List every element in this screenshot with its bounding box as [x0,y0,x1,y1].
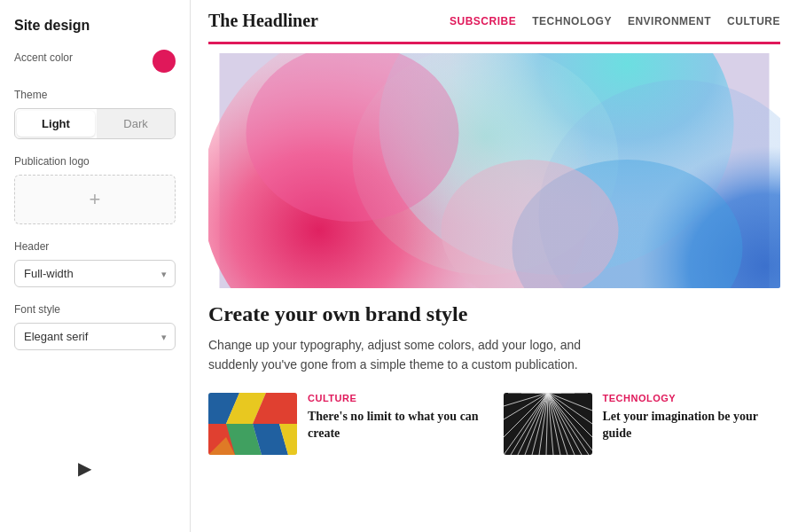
card-1-thumbnail [208,393,297,455]
header-select-wrapper: Full-width Centered Compact ▾ [14,260,176,287]
accent-color-label: Accent color [14,51,73,64]
font-select-wrapper: Elegant serif Modern sans Classic mono ▾ [14,323,176,350]
theme-dark-button[interactable]: Dark [97,109,175,138]
nav-links: SUBSCRIBE TECHNOLOGY ENVIRONMENT CULTURE [450,15,780,27]
accent-color-picker[interactable] [153,50,176,73]
card-2-artwork [504,393,592,455]
card-2-category: TECHNOLOGY [603,393,781,403]
preview-navbar: The Headliner SUBSCRIBE TECHNOLOGY ENVIR… [191,0,798,42]
hero-artwork [208,53,780,288]
panel-title: Site design [14,18,176,34]
theme-label: Theme [14,89,176,101]
theme-toggle: Light Dark [14,108,176,139]
hero-image [208,53,780,288]
nav-divider [208,42,780,44]
nav-subscribe[interactable]: SUBSCRIBE [450,15,516,27]
accent-color-row: Accent color [14,50,176,73]
font-label: Font style [14,303,176,316]
card-2-title: Let your imagination be your guide [603,408,781,442]
logo-label: Publication logo [14,155,176,168]
card-2-content: TECHNOLOGY Let your imagination be your … [603,393,781,455]
card-1-artwork [208,393,297,455]
logo-section: Publication logo + [14,155,176,224]
font-select[interactable]: Elegant serif Modern sans Classic mono [14,323,176,350]
site-logo: The Headliner [208,11,318,31]
card-1-content: CULTURE There's no limit to what you can… [308,393,486,455]
card-1: CULTURE There's no limit to what you can… [208,393,486,455]
main-headline: Create your own brand style [208,302,780,326]
preview-panel: The Headliner SUBSCRIBE TECHNOLOGY ENVIR… [191,0,798,532]
nav-environment[interactable]: ENVIRONMENT [628,15,711,27]
nav-culture[interactable]: CULTURE [727,15,780,27]
main-body-text: Change up your typography, adjust some c… [208,335,598,375]
card-1-category: CULTURE [308,393,486,403]
theme-light-button[interactable]: Light [17,111,95,137]
settings-panel: Site design Accent color Theme Light Dar… [0,0,191,532]
header-select[interactable]: Full-width Centered Compact [14,260,176,287]
content-area: Create your own brand style Change up yo… [191,302,798,473]
cards-row: CULTURE There's no limit to what you can… [208,393,780,455]
card-2: TECHNOLOGY Let your imagination be your … [504,393,781,455]
logo-upload-area[interactable]: + [14,175,176,224]
cursor-icon: ▶ [78,458,91,479]
logo-plus-icon: + [90,188,101,211]
theme-section: Theme Light Dark [14,89,176,139]
card-1-title: There's no limit to what you can create [308,408,486,442]
header-section: Header Full-width Centered Compact ▾ [14,240,176,287]
header-label: Header [14,240,176,253]
card-2-thumbnail [504,393,592,455]
font-section: Font style Elegant serif Modern sans Cla… [14,303,176,350]
nav-technology[interactable]: TECHNOLOGY [532,15,612,27]
